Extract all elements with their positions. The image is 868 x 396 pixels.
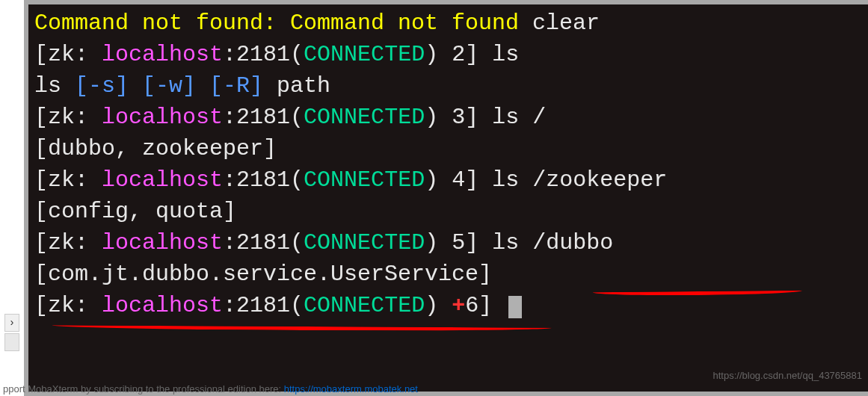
cursor-icon — [508, 296, 522, 318]
terminal-line-prompt-6: [zk: localhost:2181(CONNECTED) +6] — [34, 290, 862, 321]
terminal-line-result-zk: [config, quota] — [34, 196, 862, 227]
terminal-line-prompt-4: [zk: localhost:2181(CONNECTED) 4] ls /zo… — [34, 164, 862, 196]
terminal-line-prompt-5: [zk: localhost:2181(CONNECTED) 5] ls /du… — [34, 227, 862, 259]
command-ls-root: ls / — [492, 105, 546, 130]
terminal-line-error: Command not found: Command not found cle… — [34, 7, 862, 39]
terminal-line-result-root: [dubbo, zookeeper] — [34, 133, 862, 164]
plus-icon: + — [452, 293, 465, 318]
expand-arrow-icon[interactable]: › — [4, 314, 19, 332]
footer-link[interactable]: https://mobaxterm.mobatek.net — [284, 383, 418, 395]
error-text: Command not found: Command not found — [34, 10, 532, 36]
watermark-text: https://blog.csdn.net/qq_43765881 — [713, 369, 863, 383]
terminal-line-prompt-2: [zk: localhost:2181(CONNECTED) 2] ls — [34, 39, 862, 70]
panel-button[interactable] — [4, 333, 19, 351]
command-ls: ls — [492, 42, 519, 67]
command-ls-dubbo: ls — [492, 230, 532, 256]
terminal-line-usage: ls [-s] [-w] [-R] path — [34, 70, 862, 102]
footer-text: pport MobaXterm by subscribing to the pr… — [0, 383, 418, 395]
error-cmd: clear — [532, 10, 600, 36]
terminal-output[interactable]: Command not found: Command not found cle… — [24, 0, 868, 396]
command-ls-zk: ls /zookeeper — [492, 167, 667, 193]
left-gutter: › — [0, 0, 24, 396]
terminal-line-result-dubbo: [com.jt.dubbo.service.UserService] — [34, 259, 862, 290]
terminal-line-prompt-3: [zk: localhost:2181(CONNECTED) 3] ls / — [34, 102, 862, 133]
annotation-underline-icon — [52, 324, 552, 331]
